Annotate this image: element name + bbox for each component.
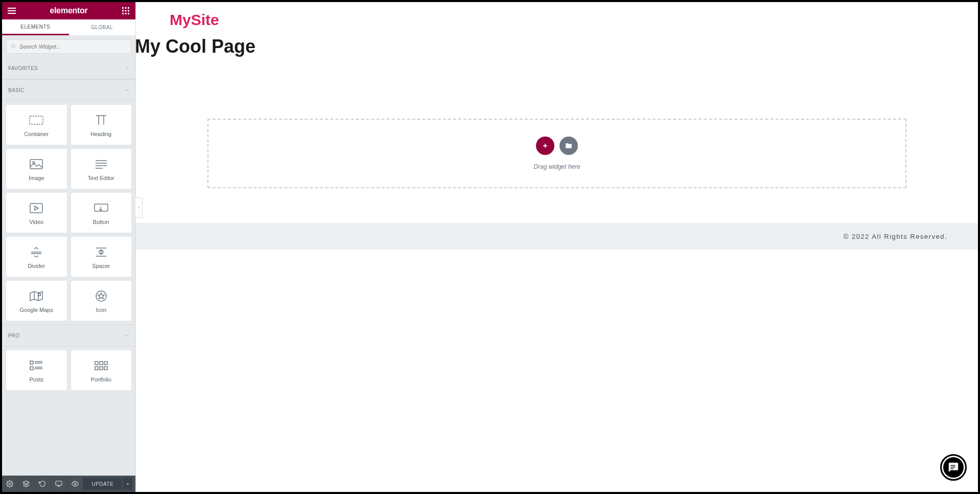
widget-portfolio[interactable]: Portfolio: [71, 350, 132, 390]
svg-marker-51: [23, 481, 29, 484]
category-pro[interactable]: PRO: [2, 325, 135, 346]
widget-label: Button: [93, 219, 109, 225]
container-icon: [29, 113, 43, 128]
editor-canvas: MySite My Cool Page Drag widget here © 2…: [136, 2, 978, 492]
panel-tabs: ELEMENTS GLOBAL: [2, 19, 135, 35]
svg-rect-49: [104, 367, 107, 370]
add-section-button[interactable]: [536, 137, 554, 155]
search-wrap: [2, 35, 135, 58]
category-label: FAVORITES: [8, 65, 38, 71]
settings-icon[interactable]: [2, 476, 18, 492]
update-button[interactable]: UPDATE: [83, 478, 122, 490]
widget-label: Container: [24, 131, 49, 137]
svg-rect-59: [951, 465, 955, 465]
svg-line-13: [14, 47, 16, 49]
divider-icon: [30, 244, 42, 260]
drop-actions: [536, 137, 578, 155]
widget-divider[interactable]: Divider: [6, 237, 67, 277]
category-favorites[interactable]: FAVORITES: [2, 58, 135, 79]
footer-text: © 2022 All Rights Reserved.: [844, 233, 947, 240]
svg-rect-7: [125, 10, 127, 12]
tab-elements[interactable]: ELEMENTS: [2, 19, 69, 35]
chat-fab[interactable]: [940, 454, 967, 481]
heading-icon: [94, 113, 108, 128]
plus-icon: [542, 142, 549, 149]
widget-label: Text Editor: [88, 175, 114, 181]
category-label: PRO: [8, 333, 20, 339]
svg-rect-14: [30, 116, 43, 124]
widget-label: Spacer: [92, 263, 110, 269]
widget-label: Google Maps: [20, 307, 53, 313]
menu-icon[interactable]: [7, 6, 16, 15]
svg-rect-8: [128, 10, 129, 12]
spacer-icon: [95, 244, 107, 260]
svg-rect-2: [8, 13, 16, 14]
update-options-button[interactable]: [123, 478, 132, 490]
icon-icon: [95, 288, 107, 304]
svg-point-55: [74, 483, 76, 485]
svg-rect-61: [951, 468, 954, 469]
widget-label: Portfolio: [91, 376, 111, 383]
maps-icon: [30, 288, 43, 304]
svg-marker-56: [126, 483, 129, 485]
svg-rect-18: [30, 160, 42, 169]
widget-image[interactable]: Image: [6, 149, 67, 189]
chevron-left-icon: [137, 205, 141, 210]
chat-icon: [948, 462, 959, 473]
widget-video[interactable]: Video: [6, 193, 67, 233]
preview-icon[interactable]: [67, 476, 84, 492]
template-library-button[interactable]: [559, 137, 578, 155]
widget-container[interactable]: Container: [6, 105, 67, 145]
svg-rect-44: [95, 362, 98, 365]
texteditor-icon: [95, 156, 108, 172]
widget-texteditor[interactable]: Text Editor: [71, 149, 132, 189]
panel-header: elementor: [2, 2, 135, 19]
drop-area[interactable]: Drag widget here: [207, 119, 906, 188]
search-box[interactable]: [6, 39, 131, 54]
apps-grid-icon[interactable]: [121, 6, 130, 15]
history-icon[interactable]: [35, 476, 51, 492]
button-icon: [94, 200, 108, 216]
site-title: MySite: [136, 2, 978, 33]
folder-icon: [565, 142, 572, 149]
panel-footer: UPDATE: [2, 476, 135, 492]
widget-spacer[interactable]: Spacer: [71, 237, 132, 277]
svg-rect-0: [8, 8, 16, 9]
widget-icon[interactable]: Icon: [71, 281, 132, 321]
tab-global[interactable]: GLOBAL: [69, 19, 136, 35]
widget-maps[interactable]: Google Maps: [6, 281, 67, 321]
svg-rect-11: [128, 13, 129, 14]
svg-rect-6: [122, 10, 124, 12]
image-icon: [30, 156, 43, 172]
navigator-icon[interactable]: [18, 476, 35, 492]
video-icon: [30, 200, 43, 216]
svg-rect-5: [128, 7, 129, 9]
widget-button[interactable]: Button: [71, 193, 132, 233]
category-basic[interactable]: BASIC: [2, 79, 135, 101]
search-icon: [11, 43, 16, 50]
svg-point-35: [38, 294, 41, 296]
svg-rect-1: [8, 10, 16, 11]
widget-posts[interactable]: Posts: [6, 350, 67, 390]
svg-point-50: [9, 483, 11, 485]
svg-rect-45: [100, 362, 103, 365]
widget-label: Icon: [96, 307, 106, 313]
svg-rect-38: [30, 361, 33, 364]
responsive-icon[interactable]: [51, 476, 67, 492]
posts-icon: [30, 358, 43, 373]
widget-label: Heading: [90, 131, 111, 137]
chevron-right-icon: [124, 66, 129, 71]
svg-rect-9: [122, 13, 124, 14]
portfolio-icon: [95, 358, 108, 373]
svg-rect-48: [100, 367, 103, 370]
svg-rect-4: [125, 7, 127, 9]
svg-marker-37: [98, 293, 104, 299]
widget-label: Divider: [28, 263, 45, 269]
panel-collapse-handle[interactable]: [135, 197, 143, 218]
search-input[interactable]: [19, 43, 127, 50]
widget-heading[interactable]: Heading: [71, 105, 132, 145]
svg-rect-24: [30, 204, 42, 213]
elementor-panel: elementor ELEMENTS GLOBAL FAVORITES: [2, 2, 136, 492]
widget-label: Image: [29, 175, 44, 181]
svg-rect-3: [122, 7, 124, 9]
